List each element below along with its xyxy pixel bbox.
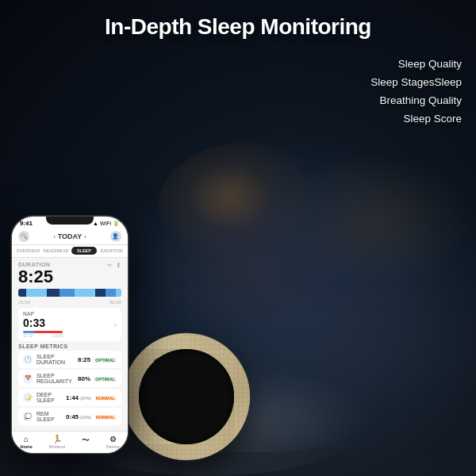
metric-name-deep: DEEP SLEEP	[36, 392, 66, 403]
metric-name-regularity: SLEEP REGULARITY	[36, 373, 78, 384]
deep-segment3	[95, 289, 106, 297]
nav-today[interactable]: ‹ TODAY ›	[53, 232, 86, 240]
rem-segment	[60, 289, 75, 297]
rem-sub: (11%)	[80, 415, 90, 420]
nap-chevron-icon[interactable]: ›	[114, 321, 117, 328]
edit-icon[interactable]: ✏	[107, 262, 113, 269]
metric-deep-sleep: 🌙 DEEP SLEEP 1:44 (27%) NORMAL	[18, 389, 121, 406]
deep-sleep-segment	[18, 289, 26, 297]
left-chevron-icon: ‹	[53, 234, 55, 240]
ring-hole	[139, 349, 234, 444]
edit-icons: ✏ ⬆	[107, 262, 121, 269]
light-segment2	[75, 289, 95, 297]
status-time: 9:41	[20, 220, 33, 227]
tabs-row: OVERVIEW READINESS SLEEP EXERTION	[12, 245, 128, 258]
deep-sub: (27%)	[80, 396, 90, 401]
rem-segment2	[106, 289, 116, 297]
battery-icon: 🔋	[113, 221, 120, 227]
feature-breathing: Breathing Quality	[370, 92, 462, 110]
nap-start: 12:32	[23, 333, 33, 338]
right-chevron-icon: ›	[84, 234, 86, 240]
home-icon: ⌂	[24, 435, 29, 443]
bottom-nav-home[interactable]: ⌂ Home	[20, 435, 32, 449]
features-list: Sleep Quality Sleep StagesSleep Breathin…	[370, 56, 462, 129]
metric-badge-regularity: OPTIMAL	[94, 377, 117, 382]
duration-value: 8:25	[18, 268, 53, 286]
light-sleep-segment	[26, 289, 47, 297]
nap-section: NAP 0:33 12:32 13:05 ›	[18, 308, 121, 341]
metric-sleep-regularity: 📅 SLEEP REGULARITY 80% OPTIMAL	[18, 370, 121, 387]
phone-bottom-nav: ⌂ Home 🏃 Workout 〜 ⚙ Device	[12, 431, 128, 454]
home-label: Home	[20, 444, 32, 449]
timeline-segments	[18, 289, 121, 297]
tab-exertion[interactable]: EXERTION	[98, 247, 125, 255]
metric-val-rem: 0:45 (11%) NORMAL	[66, 413, 117, 420]
tab-readiness[interactable]: READINESS	[43, 247, 70, 255]
time-start-label: 23:59	[18, 300, 30, 305]
metric-name-rem: REM SLEEP	[36, 411, 66, 422]
page-title: In-Depth Sleep Monitoring	[105, 14, 371, 40]
metric-badge-rem: NORMAL	[94, 415, 117, 420]
metric-val-deep: 1:44 (27%) NORMAL	[66, 394, 117, 401]
sleep-timeline-bar	[18, 289, 121, 297]
time-end-label: 09:30	[109, 300, 121, 305]
share-icon[interactable]: ⬆	[116, 262, 121, 269]
deep-sleep-icon: 🌙	[23, 393, 33, 402]
regularity-icon: 📅	[23, 374, 33, 383]
today-label: TODAY	[58, 232, 83, 240]
rem-icon: 💭	[23, 412, 33, 421]
duration-icon: 🕐	[23, 355, 33, 364]
metric-val-regularity: 80% OPTIMAL	[78, 375, 117, 382]
feature-sleep-stages: Sleep StagesSleep	[370, 74, 462, 92]
bottom-nav-workout[interactable]: 🏃 Workout	[49, 435, 65, 449]
light-segment3	[116, 289, 121, 297]
nap-end: 13:05	[52, 333, 63, 338]
nav-icons: 🔍	[18, 231, 29, 242]
metric-badge-deep: NORMAL	[94, 396, 117, 401]
smart-ring	[123, 333, 250, 460]
metric-sleep-duration: 🕐 SLEEP DURATION 8:25 OPTIMAL	[18, 351, 121, 368]
metric-rem-sleep: 💭 REM SLEEP 0:45 (11%) NORMAL	[18, 408, 121, 425]
nap-label: NAP	[23, 311, 63, 317]
nap-bar-labels: 12:32 13:05	[23, 333, 63, 338]
body-icon: 〜	[82, 435, 90, 446]
tab-sleep[interactable]: SLEEP	[71, 247, 98, 255]
screen-content: DURATION 8:25 ✏ ⬆	[12, 258, 128, 431]
metric-badge-duration: OPTIMAL	[94, 358, 117, 363]
workout-icon: 🏃	[52, 435, 62, 443]
search-icon[interactable]: 🔍	[18, 231, 29, 242]
phone-screen: 🔍 ‹ TODAY › 👤 OVERVIEW READINESS SLEEP E…	[12, 228, 128, 454]
nav-bar: 🔍 ‹ TODAY › 👤	[12, 228, 128, 245]
profile-avatar[interactable]: 👤	[110, 231, 121, 242]
wifi-icon: WiFi	[100, 221, 111, 226]
deep-sleep-segment2	[47, 289, 60, 297]
nap-content: NAP 0:33 12:32 13:05	[23, 311, 63, 338]
device-icon: ⚙	[109, 435, 117, 443]
metrics-label: SLEEP METRICS	[18, 344, 121, 349]
bottom-nav-device[interactable]: ⚙ Device	[106, 435, 120, 449]
feature-sleep-quality: Sleep Quality	[370, 56, 462, 74]
metric-val-duration: 8:25 OPTIMAL	[78, 356, 117, 363]
status-icons: ▲ WiFi 🔋	[93, 221, 120, 227]
workout-label: Workout	[49, 444, 65, 449]
signal-icon: ▲	[93, 221, 98, 226]
nap-value: 0:33	[23, 317, 63, 329]
phone-notch	[46, 217, 94, 225]
tab-overview[interactable]: OVERVIEW	[15, 247, 41, 255]
phone-mockup: 9:41 ▲ WiFi 🔋 🔍 ‹ TODAY › 👤 OVERVIEW REA…	[11, 216, 129, 454]
timeline-labels: 23:59 09:30	[18, 300, 121, 305]
bottom-nav-body[interactable]: 〜	[82, 435, 90, 449]
device-label: Device	[106, 444, 120, 449]
feature-sleep-score: Sleep Score	[370, 110, 462, 129]
metric-name-duration: SLEEP DURATION	[36, 354, 78, 365]
